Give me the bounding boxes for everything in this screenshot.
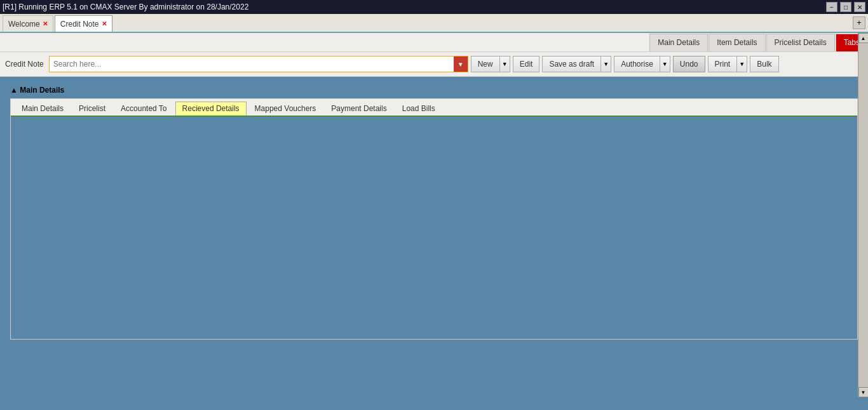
undo-button[interactable]: Undo xyxy=(673,56,705,72)
search-dropdown-button[interactable]: ▼ xyxy=(454,56,468,72)
tab-bar: Welcome ✕ Credit Note ✕ + xyxy=(0,14,868,33)
section-header: ▲ Main Details xyxy=(5,82,863,98)
panel-tab-pricelist-details[interactable]: Pricelist Details xyxy=(766,34,835,51)
bulk-button[interactable]: Bulk xyxy=(750,56,778,72)
tab-credit-note-label: Credit Note xyxy=(60,20,99,29)
inner-tab-recieved-details[interactable]: Recieved Details xyxy=(175,102,247,116)
new-button-group: New ▼ xyxy=(471,56,510,72)
save-as-draft-split-arrow[interactable]: ▼ xyxy=(601,56,611,72)
top-panel: Main Details Item Details Pricelist Deta… xyxy=(0,33,868,52)
authorise-button[interactable]: Authorise xyxy=(614,56,660,72)
tab-credit-note[interactable]: Credit Note ✕ xyxy=(55,15,112,32)
add-tab-button[interactable]: + xyxy=(853,17,865,29)
blue-content-area xyxy=(11,117,857,339)
scroll-track[interactable] xyxy=(858,43,869,387)
inner-tab-mapped-vouchers[interactable]: Mapped Vouchers xyxy=(248,102,323,116)
authorise-button-group: Authorise ▼ xyxy=(614,56,670,72)
tab-welcome[interactable]: Welcome ✕ xyxy=(3,15,53,32)
inner-tab-payment-details[interactable]: Payment Details xyxy=(324,102,393,116)
credit-note-label: Credit Note xyxy=(5,60,44,69)
tab-welcome-close[interactable]: ✕ xyxy=(43,20,48,27)
close-button[interactable]: ✕ xyxy=(854,2,865,12)
main-content: ▲ Main Details Main Details Pricelist Ac… xyxy=(0,77,868,410)
tab-credit-note-close[interactable]: ✕ xyxy=(102,20,107,27)
edit-button[interactable]: Edit xyxy=(513,56,540,72)
search-container: ▼ xyxy=(49,56,468,72)
minimize-button[interactable]: − xyxy=(826,2,837,12)
dropdown-arrow-icon: ▼ xyxy=(458,61,464,68)
panel-tab-main-details[interactable]: Main Details xyxy=(649,34,708,51)
right-scrollbar: ▲ ▼ xyxy=(858,33,868,397)
tab-welcome-label: Welcome xyxy=(8,20,40,29)
print-button-group: Print ▼ xyxy=(708,56,748,72)
inner-tab-accounted-to[interactable]: Accounted To xyxy=(114,102,174,116)
maximize-button[interactable]: □ xyxy=(840,2,851,12)
authorise-split-arrow[interactable]: ▼ xyxy=(660,56,670,72)
section-header-text: ▲ Main Details xyxy=(10,86,64,95)
inner-tab-load-bills[interactable]: Load Bills xyxy=(395,102,442,116)
scroll-down-button[interactable]: ▼ xyxy=(858,387,869,397)
new-button[interactable]: New xyxy=(471,56,500,72)
inner-tabs: Main Details Pricelist Accounted To Reci… xyxy=(11,99,857,117)
inner-content-panel: Main Details Pricelist Accounted To Reci… xyxy=(10,98,858,340)
print-split-arrow[interactable]: ▼ xyxy=(737,56,747,72)
inner-tab-pricelist[interactable]: Pricelist xyxy=(72,102,112,116)
save-as-draft-button[interactable]: Save as draft xyxy=(542,56,601,72)
title-bar-controls: − □ ✕ xyxy=(826,2,865,12)
save-as-draft-button-group: Save as draft ▼ xyxy=(542,56,611,72)
window-title: [R1] Running ERP 5.1 on CMAX Server By a… xyxy=(3,3,248,11)
title-bar: [R1] Running ERP 5.1 on CMAX Server By a… xyxy=(0,0,868,14)
scroll-up-button[interactable]: ▲ xyxy=(858,33,869,43)
inner-tab-main-details[interactable]: Main Details xyxy=(15,102,71,116)
print-button[interactable]: Print xyxy=(708,56,738,72)
panel-tab-item-details[interactable]: Item Details xyxy=(709,34,765,51)
new-split-arrow[interactable]: ▼ xyxy=(500,56,510,72)
search-input[interactable] xyxy=(50,58,454,70)
toolbar-area: Credit Note ▼ New ▼ Edit Save as draft ▼… xyxy=(0,52,868,77)
